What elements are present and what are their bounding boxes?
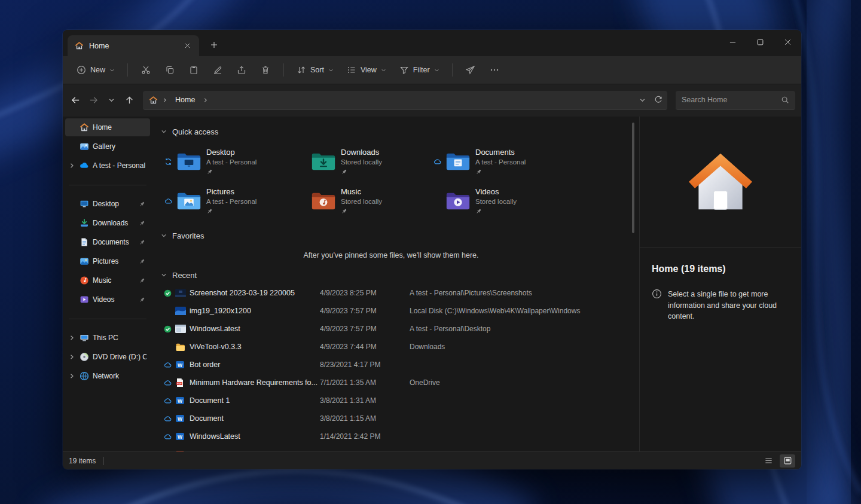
recent-file-row[interactable]: Screenshot 2023-03-19 220005 4/9/2023 8:… — [161, 284, 639, 302]
main-content: Quick access Desktop A test - Personal D… — [152, 117, 639, 451]
pin-icon — [206, 169, 257, 176]
forward-button[interactable] — [84, 91, 102, 109]
share-button[interactable] — [231, 61, 252, 79]
close-button[interactable] — [774, 30, 801, 54]
chevron-down-icon — [161, 233, 167, 239]
sidebar-item-music[interactable]: Music — [65, 271, 150, 289]
filter-button[interactable]: Filter — [394, 61, 445, 79]
recent-file-row[interactable]: W Document 3/8/2021 1:15 AM — [161, 410, 639, 427]
quick-access-item-pictures[interactable]: Pictures A test - Personal — [161, 182, 295, 219]
shot-blue-file-icon — [174, 307, 190, 315]
sidebar-item-label: Home — [93, 123, 146, 132]
sidebar-item-pictures[interactable]: Pictures — [65, 252, 150, 270]
tab-home[interactable]: Home — [68, 35, 199, 56]
documents-icon — [80, 237, 89, 247]
sidebar-item-downloads[interactable]: Downloads — [65, 214, 150, 232]
quick-access-item-name: Downloads — [341, 148, 382, 157]
breadcrumb-home[interactable]: Home — [172, 94, 199, 106]
sidebar-item-this-pc[interactable]: This PC — [65, 329, 150, 347]
search-box[interactable] — [676, 91, 795, 110]
dvd-icon — [80, 352, 89, 362]
expand-chevron-icon[interactable] — [68, 335, 76, 341]
expand-chevron-icon[interactable] — [68, 373, 76, 379]
sidebar-item-label: DVD Drive (D:) CCC — [93, 353, 146, 361]
back-button[interactable] — [66, 91, 84, 109]
videos-icon — [80, 295, 89, 304]
window-controls — [719, 30, 801, 54]
minimize-button[interactable] — [719, 30, 746, 54]
cloud-badge-icon — [161, 361, 174, 369]
recent-file-row[interactable]: img19_1920x1200 4/9/2023 7:57 PM Local D… — [161, 302, 639, 320]
pin-icon — [137, 297, 146, 303]
copy-button[interactable] — [159, 61, 181, 79]
large-icons-view-toggle[interactable] — [780, 454, 795, 468]
shot-dark-file-icon — [174, 289, 190, 297]
section-recent[interactable]: Recent — [161, 266, 639, 284]
svg-text:W: W — [178, 398, 183, 404]
send-button[interactable] — [460, 61, 481, 79]
recent-file-date: 8/23/2021 4:17 PM — [320, 361, 410, 369]
scrollbar[interactable] — [632, 120, 634, 448]
favorites-empty-text: After you've pinned some files, we'll sh… — [161, 245, 621, 266]
pin-icon — [475, 208, 517, 215]
search-input[interactable] — [682, 96, 781, 104]
sort-button[interactable]: Sort — [291, 61, 339, 79]
tab-close-icon[interactable] — [181, 40, 193, 52]
sidebar-item-a-test-personal[interactable]: A test - Personal — [65, 157, 150, 175]
recent-file-name: Screenshot 2023-03-19 220005 — [190, 289, 320, 297]
scrollbar-thumb[interactable] — [632, 123, 634, 233]
cloud-badge-icon — [161, 433, 174, 441]
quick-access-item-subtitle: Stored locally — [341, 158, 382, 167]
details-info: Select a single file to get more informa… — [652, 289, 789, 322]
details-preview — [640, 117, 801, 248]
new-tab-button[interactable] — [206, 37, 222, 53]
address-dropdown-icon[interactable] — [639, 97, 646, 103]
section-quick-access[interactable]: Quick access — [161, 123, 639, 140]
sidebar-item-gallery[interactable]: Gallery — [65, 138, 150, 155]
quick-access-item-music[interactable]: Music Stored locally — [295, 182, 430, 219]
quick-access-item-desktop[interactable]: Desktop A test - Personal — [161, 143, 295, 180]
recent-file-row[interactable]: W WindowsLatest 1/14/2021 2:42 PM — [161, 427, 639, 445]
sidebar-item-dvd-drive-d-ccc[interactable]: DVD Drive (D:) CCC — [65, 348, 150, 366]
details-view-toggle[interactable] — [761, 454, 776, 468]
recent-file-row[interactable]: WindowsLatest 4/9/2023 7:57 PM A test - … — [161, 320, 639, 338]
more-options-button[interactable] — [484, 61, 505, 79]
up-button[interactable] — [120, 91, 138, 109]
cut-button[interactable] — [135, 61, 157, 79]
recent-locations-button[interactable] — [102, 91, 120, 109]
delete-button[interactable] — [255, 61, 276, 79]
pin-icon — [341, 169, 382, 176]
home-icon-large — [686, 151, 755, 214]
address-bar[interactable]: Home — [143, 91, 667, 110]
sidebar-item-label: Pictures — [93, 257, 133, 265]
navigation-bar: Home — [63, 84, 801, 116]
quick-access-item-subtitle: A test - Personal — [475, 158, 526, 167]
sidebar-item-videos[interactable]: Videos — [65, 291, 150, 308]
sidebar-item-network[interactable]: Network — [65, 367, 150, 385]
rename-button[interactable] — [207, 61, 228, 79]
recent-file-row[interactable]: P Test presentation.pptx 12/7/2020 12:22… — [161, 445, 639, 451]
new-button[interactable]: New — [71, 61, 120, 79]
section-favorites[interactable]: Favorites — [161, 227, 639, 245]
quick-access-item-documents[interactable]: Documents A test - Personal — [430, 143, 564, 180]
recent-file-row[interactable]: PDF Minimum Hardware Requirements fo... … — [161, 374, 639, 392]
recent-file-row[interactable]: W Bot order 8/23/2021 4:17 PM — [161, 356, 639, 374]
toolbar-separator — [127, 63, 128, 77]
home-icon — [75, 41, 84, 50]
paste-button[interactable] — [183, 61, 204, 79]
quick-access-item-downloads[interactable]: Downloads Stored locally — [295, 143, 430, 180]
quick-access-item-videos[interactable]: Videos Stored locally — [430, 182, 564, 219]
sidebar-item-desktop[interactable]: Desktop — [65, 195, 150, 213]
expand-chevron-icon[interactable] — [68, 163, 76, 169]
recent-file-row[interactable]: W Document 1 3/8/2021 1:31 AM — [161, 392, 639, 410]
refresh-icon[interactable] — [654, 96, 662, 104]
sidebar-item-home[interactable]: Home — [65, 118, 150, 136]
view-button[interactable]: View — [341, 61, 392, 79]
expand-chevron-icon[interactable] — [68, 354, 76, 360]
plus-circle-icon — [77, 65, 86, 75]
maximize-button[interactable] — [746, 30, 774, 54]
search-icon[interactable] — [781, 96, 789, 104]
sidebar-item-documents[interactable]: Documents — [65, 233, 150, 251]
recent-file-row[interactable]: ViVeTool-v0.3.3 4/9/2023 7:44 PM Downloa… — [161, 338, 639, 356]
quick-access-item-name: Music — [341, 187, 382, 197]
